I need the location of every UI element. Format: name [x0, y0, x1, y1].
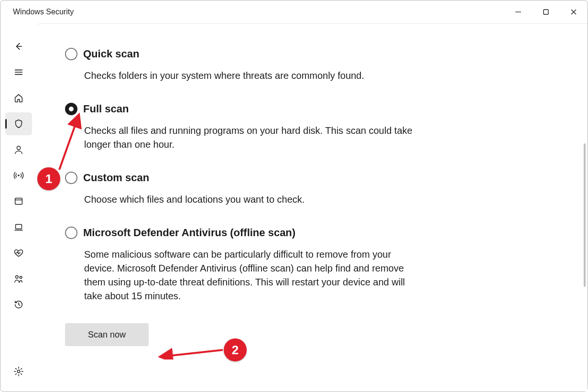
heart-rate-icon: [13, 248, 24, 258]
option-title: Custom scan: [83, 172, 149, 184]
annotation-arrow-1: [51, 108, 89, 174]
svg-point-8: [17, 146, 20, 150]
scan-now-button[interactable]: Scan now: [65, 323, 149, 346]
sidebar-item-app-browser[interactable]: [5, 190, 32, 213]
close-button[interactable]: [560, 0, 588, 23]
svg-rect-10: [15, 198, 22, 205]
scan-option-full[interactable]: Full scan Checks all files and running p…: [65, 103, 419, 152]
back-button[interactable]: [5, 35, 32, 58]
scan-now-label: Scan now: [88, 330, 126, 340]
menu-button[interactable]: [5, 61, 32, 84]
scan-options-panel: Quick scan Checks folders in your system…: [36, 24, 588, 392]
svg-rect-12: [15, 225, 22, 229]
scrollbar[interactable]: [584, 143, 586, 287]
maximize-icon: [543, 9, 549, 15]
sidebar-item-family[interactable]: [5, 267, 32, 290]
annotation-badge-2: 2: [224, 338, 247, 361]
sidebar-item-firewall[interactable]: [5, 164, 32, 187]
titlebar: Windows Security: [0, 0, 588, 23]
sidebar: [0, 23, 36, 392]
svg-point-15: [20, 276, 22, 279]
svg-line-18: [59, 116, 78, 170]
person-icon: [13, 144, 24, 155]
option-description: Choose which files and locations you wan…: [84, 193, 419, 207]
option-description: Some malicious software can be particula…: [84, 248, 419, 303]
sidebar-item-virus-protection[interactable]: [5, 112, 32, 135]
home-icon: [13, 93, 24, 103]
option-title: Microsoft Defender Antivirus (offline sc…: [83, 227, 295, 239]
annotation-arrow-2: [156, 345, 228, 359]
minimize-icon: [515, 9, 522, 15]
svg-line-20: [162, 350, 223, 357]
history-icon: [13, 299, 24, 310]
svg-rect-1: [544, 10, 548, 14]
sidebar-item-account-protection[interactable]: [5, 138, 32, 161]
close-icon: [570, 9, 577, 15]
svg-point-14: [15, 276, 18, 279]
gear-icon: [13, 366, 24, 377]
sidebar-item-device-security[interactable]: [5, 216, 32, 239]
window-title: Windows Security: [13, 8, 74, 16]
hamburger-icon: [13, 67, 24, 77]
sidebar-item-settings[interactable]: [5, 360, 32, 383]
sidebar-item-device-performance[interactable]: [5, 241, 32, 264]
scan-option-offline[interactable]: Microsoft Defender Antivirus (offline sc…: [65, 227, 419, 303]
radio-quick-scan[interactable]: [65, 48, 77, 60]
window-icon: [13, 196, 24, 207]
family-icon: [13, 273, 24, 284]
content-area: Quick scan Checks folders in your system…: [36, 23, 588, 392]
app-body: Quick scan Checks folders in your system…: [0, 23, 588, 392]
option-description: Checks all files and running programs on…: [84, 124, 419, 152]
option-title: Quick scan: [83, 48, 139, 60]
scan-option-custom[interactable]: Custom scan Choose which files and locat…: [65, 172, 419, 207]
shield-icon: [13, 119, 24, 129]
option-title: Full scan: [83, 103, 129, 115]
annotation-badge-1: 1: [37, 167, 60, 190]
window-controls: [504, 0, 588, 23]
option-description: Checks folders in your system where thre…: [84, 69, 419, 83]
sidebar-item-home[interactable]: [5, 87, 32, 109]
minimize-button[interactable]: [504, 0, 532, 23]
svg-point-16: [17, 370, 20, 373]
maximize-button[interactable]: [532, 0, 560, 23]
radio-offline-scan[interactable]: [65, 227, 77, 239]
back-arrow-icon: [13, 41, 24, 52]
scan-option-quick[interactable]: Quick scan Checks folders in your system…: [65, 48, 419, 83]
antenna-icon: [13, 170, 24, 181]
laptop-icon: [13, 222, 24, 232]
svg-point-9: [18, 174, 20, 176]
window: Windows Security: [0, 0, 588, 392]
sidebar-item-history[interactable]: [5, 293, 32, 316]
